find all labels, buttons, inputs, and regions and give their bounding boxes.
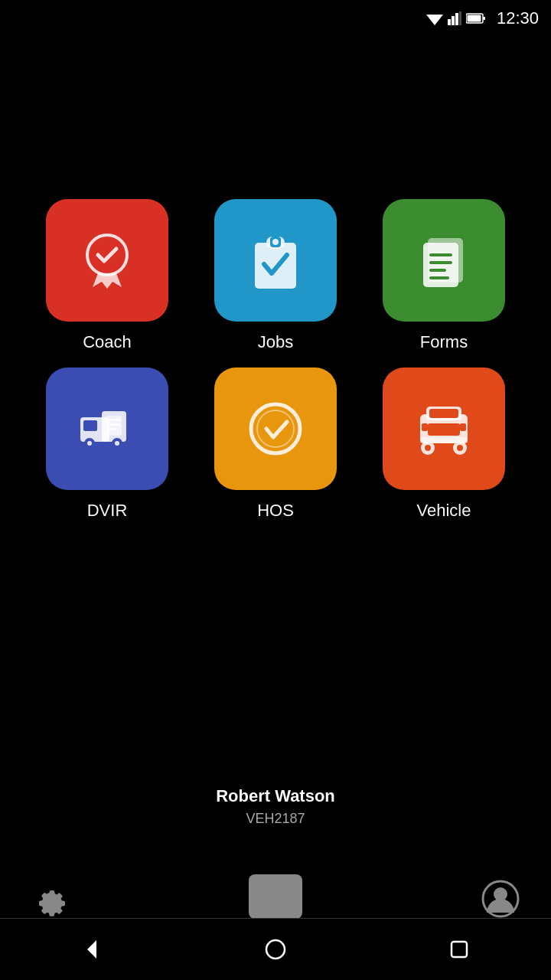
svg-rect-36 [422, 423, 428, 431]
hos-icon-bg [214, 368, 337, 490]
svg-rect-4 [459, 11, 461, 25]
svg-point-12 [272, 239, 279, 245]
forms-icon-bg [383, 199, 505, 322]
signal-icon [448, 11, 461, 25]
svg-point-31 [257, 410, 294, 447]
vehicle-icon [409, 394, 478, 463]
forms-icon [409, 226, 478, 295]
svg-rect-28 [108, 423, 120, 426]
coach-icon-bg [46, 199, 168, 322]
app-item-dvir[interactable]: DVIR [31, 368, 184, 521]
dvir-icon-bg [46, 368, 168, 490]
status-time: 12:30 [497, 8, 539, 28]
bottom-actions [0, 874, 551, 919]
hos-label: HOS [257, 501, 294, 521]
svg-rect-17 [429, 269, 446, 272]
app-item-coach[interactable]: Coach [31, 199, 184, 352]
svg-point-8 [87, 235, 127, 275]
svg-rect-16 [429, 261, 452, 264]
svg-rect-18 [429, 276, 449, 279]
settings-button[interactable] [31, 879, 70, 919]
dvir-label: DVIR [87, 501, 128, 521]
svg-point-25 [115, 441, 119, 446]
svg-point-42 [457, 445, 463, 451]
user-info-section: Robert Watson VEH2187 [0, 786, 551, 827]
app-item-vehicle[interactable]: Vehicle [367, 368, 520, 521]
battery-icon [466, 12, 486, 24]
svg-rect-3 [455, 13, 458, 25]
svg-point-23 [87, 441, 92, 446]
gear-icon [31, 879, 70, 919]
svg-rect-1 [448, 19, 451, 25]
svg-rect-34 [429, 409, 458, 418]
svg-marker-0 [426, 15, 443, 25]
coach-label: Coach [83, 332, 132, 352]
app-item-forms[interactable]: Forms [367, 199, 520, 352]
coach-icon [73, 226, 142, 295]
svg-marker-45 [87, 940, 96, 959]
svg-rect-35 [428, 423, 460, 436]
chat-bubble [249, 874, 302, 919]
svg-rect-7 [483, 17, 485, 20]
svg-point-40 [425, 445, 431, 451]
svg-rect-14 [423, 243, 458, 287]
vehicle-icon-bg [383, 368, 505, 490]
svg-rect-47 [452, 942, 467, 957]
status-icons [426, 11, 486, 25]
app-item-hos[interactable]: HOS [199, 368, 352, 521]
svg-rect-6 [467, 15, 481, 22]
svg-point-46 [266, 940, 285, 959]
jobs-icon-bg [214, 199, 337, 322]
svg-rect-27 [108, 419, 120, 421]
app-grid: Coach Jobs [0, 199, 551, 521]
profile-button[interactable] [481, 879, 520, 919]
recent-button[interactable] [447, 937, 471, 962]
forms-label: Forms [420, 332, 468, 352]
svg-point-30 [251, 404, 300, 453]
home-button[interactable] [263, 937, 288, 962]
chat-button[interactable] [249, 874, 302, 919]
wifi-icon [426, 11, 443, 25]
svg-rect-29 [108, 428, 117, 430]
dvir-icon [73, 394, 142, 463]
jobs-label: Jobs [258, 332, 293, 352]
svg-rect-2 [452, 16, 455, 25]
vehicle-id: VEH2187 [246, 811, 305, 827]
back-icon [80, 937, 104, 962]
vehicle-label: Vehicle [417, 501, 471, 521]
hos-icon [241, 394, 310, 463]
svg-rect-21 [83, 420, 97, 431]
home-icon [263, 937, 288, 962]
jobs-icon [241, 226, 310, 295]
status-bar: 12:30 [0, 0, 551, 37]
recent-icon [447, 937, 471, 962]
back-button[interactable] [80, 937, 104, 962]
profile-icon [481, 879, 520, 919]
nav-bar [0, 919, 551, 980]
app-item-jobs[interactable]: Jobs [199, 199, 352, 352]
svg-rect-15 [429, 253, 452, 256]
svg-rect-37 [460, 423, 466, 431]
user-name: Robert Watson [216, 786, 335, 806]
